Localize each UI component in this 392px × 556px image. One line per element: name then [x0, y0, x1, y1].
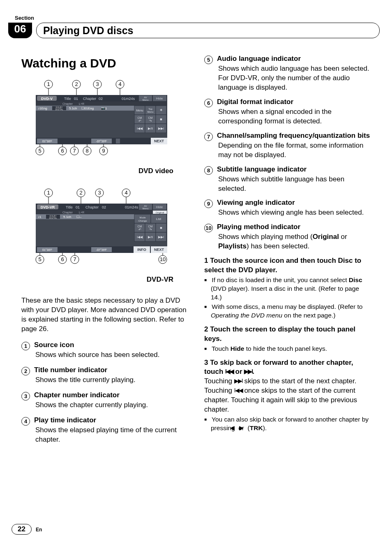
svg-text:DIGITAL: DIGITAL: [55, 108, 63, 111]
svg-text:♪1Eng: ♪1Eng: [38, 107, 47, 110]
svg-text:INFO: INFO: [137, 248, 146, 252]
svg-text:Chapter: Chapter: [62, 211, 73, 214]
circled-1-icon: 1: [21, 342, 30, 350]
left-column: Watching a DVD 1 2 3 4 5 6 7 8 9: [21, 53, 188, 507]
svg-text:CM: CM: [138, 116, 142, 119]
item-source-icon: 1Source icon Shows which source has been…: [21, 341, 188, 360]
svg-text:02: 02: [102, 205, 106, 209]
svg-text:Menu: Menu: [142, 207, 148, 210]
item-audio-language: 5Audio language indicator Shows which au…: [204, 54, 371, 93]
svg-text:01°38'F: 01°38'F: [42, 140, 52, 143]
svg-text:Hide: Hide: [156, 205, 163, 209]
svg-text:↶: ↶: [138, 228, 141, 232]
svg-text:♪1: ♪1: [38, 215, 42, 219]
step1-bullet2: With some discs, a menu may be displayed…: [204, 303, 371, 320]
fig-dvd-vr: 1 2 3 4 5 6 7 10 DVD-VR Title: [34, 187, 169, 265]
svg-text:6: 6: [61, 256, 64, 262]
svg-text:01: 01: [76, 205, 80, 209]
svg-text:■: ■: [160, 226, 162, 230]
svg-text:☐--: ☐--: [76, 215, 82, 219]
svg-text:3: 3: [96, 81, 99, 87]
svg-text:Original: Original: [156, 211, 164, 214]
svg-text:01: 01: [74, 97, 78, 101]
svg-text:▶/II: ▶/II: [148, 127, 153, 130]
svg-text:01m24s: 01m24s: [125, 205, 138, 209]
svg-text:Hide: Hide: [156, 97, 163, 100]
svg-text:7: 7: [73, 256, 76, 262]
step-3: 3 To skip back or forward to another cha…: [204, 358, 371, 433]
dvd-video-screenshot: 1 2 3 4 5 6 7 8 9: [34, 79, 169, 157]
svg-text:↷: ↷: [149, 119, 152, 123]
dvd-vr-screenshot: 1 2 3 4 5 6 7 10 DVD-VR Title: [34, 187, 169, 265]
svg-text:01m24s: 01m24s: [122, 97, 135, 101]
article-heading: Watching a DVD: [21, 55, 188, 72]
svg-text:▶/II: ▶/II: [148, 235, 153, 239]
page-header: 06 Playing DVD discs: [0, 23, 392, 39]
svg-text:-07°39'F: -07°39'F: [96, 248, 107, 251]
svg-text:List: List: [156, 217, 161, 221]
svg-text:1: 1: [47, 190, 50, 196]
svg-rect-119: [36, 210, 167, 214]
svg-text:9: 9: [102, 148, 105, 154]
section-title-pill: Playing DVD discs: [36, 23, 380, 38]
svg-text:5: 5: [38, 256, 41, 262]
circled-10-icon: 10: [204, 224, 213, 232]
svg-text:CM: CM: [148, 116, 153, 119]
right-column: 5Audio language indicator Shows which au…: [204, 53, 371, 507]
svg-text:■: ■: [160, 117, 162, 121]
svg-text:5.1ch: 5.1ch: [69, 107, 77, 110]
svg-text:CM: CM: [148, 225, 153, 228]
svg-text:I◀◀: I◀◀: [137, 127, 143, 130]
skip-forward-icon: ▶▶I: [234, 377, 242, 385]
svg-text:Chapter: Chapter: [83, 97, 96, 101]
callout-3: 3: [93, 80, 101, 96]
callout-1: 1: [44, 80, 53, 96]
circled-8-icon: 8: [204, 166, 213, 175]
svg-text:I◀◀: I◀◀: [137, 235, 143, 239]
item-channel-sampling: 7Channel/sampling frequency/quantization…: [204, 131, 371, 160]
svg-rect-41: [36, 102, 167, 106]
svg-text:CM: CM: [138, 225, 142, 228]
svg-text:Title: Title: [66, 205, 73, 209]
step3-bullet1: You can also skip back or forward to ano…: [204, 415, 371, 433]
svg-text:4: 4: [125, 190, 127, 196]
svg-text:↷: ↷: [149, 228, 152, 232]
svg-text:Menu: Menu: [136, 109, 143, 112]
content-columns: Watching a DVD 1 2 3 4 5 6 7 8 9: [21, 53, 371, 507]
caption-dvd-video: DVD video: [21, 167, 173, 176]
svg-text:DIGITAL: DIGITAL: [49, 217, 57, 219]
svg-text:NEXT: NEXT: [154, 139, 164, 143]
svg-text:L+R: L+R: [79, 102, 84, 105]
svg-text:7: 7: [73, 148, 76, 154]
svg-text:6: 6: [61, 148, 64, 154]
svg-text:Chapter: Chapter: [62, 102, 73, 106]
item-subtitle-language: 8Subtitle language indicator Shows which…: [204, 165, 371, 194]
circled-2-icon: 2: [21, 367, 30, 375]
item-playing-method: 10Playing method indicator Shows which p…: [204, 222, 371, 251]
page-number: 22: [12, 524, 32, 535]
step3-body: Touching ▶▶I skips to the start of the n…: [204, 377, 371, 415]
step1-bullet1: If no disc is loaded in the unit, you ca…: [204, 276, 371, 302]
callout-2: 2: [72, 80, 81, 96]
section-title: Playing DVD discs: [43, 25, 134, 37]
language-code: En: [36, 527, 42, 533]
svg-text:☐01Eng: ☐01Eng: [81, 107, 94, 110]
svg-text:NEXT: NEXT: [154, 248, 164, 252]
svg-text:Menu: Menu: [142, 99, 148, 101]
svg-text:▶▶I: ▶▶I: [158, 127, 164, 130]
fig-dvd-video: 1 2 3 4 5 6 7 8 9: [34, 79, 169, 157]
svg-text:01°38'F: 01°38'F: [42, 248, 52, 251]
intro-paragraph: These are the basic steps necessary to p…: [21, 296, 188, 334]
section-number-badge: 06: [8, 23, 32, 38]
manual-page: Section 06 Playing DVD discs Watching a …: [0, 0, 392, 556]
svg-text:10: 10: [160, 256, 166, 262]
svg-text:5: 5: [38, 148, 41, 154]
svg-text:Title: Title: [64, 97, 71, 101]
svg-text:Top: Top: [148, 108, 152, 110]
svg-text:↶: ↶: [138, 119, 141, 123]
item-chapter-number: 3Chapter number indicator Shows the chap…: [21, 391, 188, 410]
page-footer: 22 En: [12, 524, 42, 535]
svg-text:Mode: Mode: [139, 216, 146, 219]
svg-text:✦: ✦: [159, 108, 163, 112]
svg-text:📷1: 📷1: [101, 106, 107, 110]
